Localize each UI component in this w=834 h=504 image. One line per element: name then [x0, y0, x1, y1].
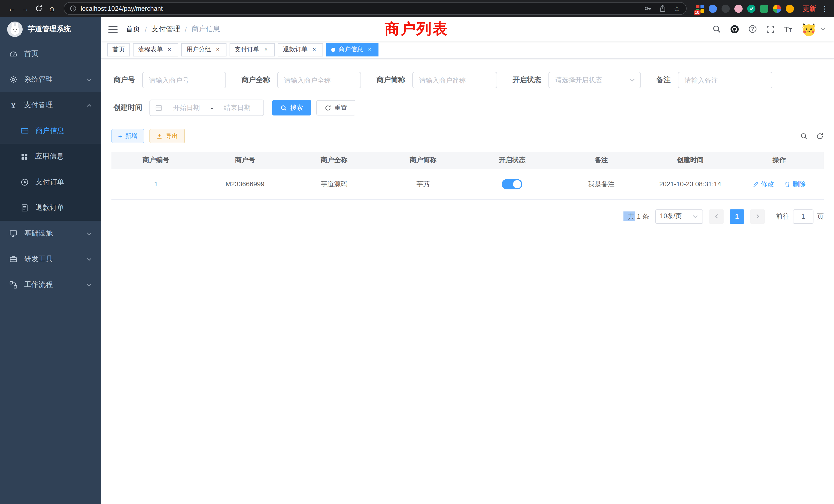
export-button[interactable]: 导出: [149, 129, 184, 143]
address-bar[interactable]: localhost:1024/pay/merchant ☆: [64, 2, 687, 15]
extensions-grid-icon[interactable]: 10: [696, 4, 704, 13]
home-icon: ⌂: [49, 4, 54, 13]
search-button[interactable]: 搜索: [272, 100, 311, 115]
sidebar-item-infrastructure[interactable]: 基础设施: [0, 221, 101, 246]
grid-icon: [21, 153, 28, 160]
extension-avatar-icon[interactable]: [734, 4, 743, 13]
browser-menu-icon[interactable]: ⋮: [821, 4, 829, 13]
sidebar-item-label: 研发工具: [24, 255, 53, 264]
dashboard-icon: [9, 50, 18, 58]
breadcrumb-payment[interactable]: 支付管理: [152, 24, 180, 33]
sidebar-item-merchant-info[interactable]: 商户信息: [0, 118, 101, 144]
tab-home[interactable]: 首页: [107, 43, 130, 56]
extension-check-icon[interactable]: [747, 4, 755, 13]
chevron-down-icon: [86, 256, 92, 262]
extension-pinwheel-icon[interactable]: [773, 4, 781, 13]
reset-button[interactable]: 重置: [316, 100, 355, 115]
password-key-icon[interactable]: [644, 5, 652, 12]
prev-page-button[interactable]: [709, 209, 724, 224]
extension-orange-icon[interactable]: [786, 4, 794, 13]
sidebar-item-system[interactable]: 系统管理: [0, 67, 101, 92]
close-icon[interactable]: ×: [311, 46, 318, 53]
extension-green-square-icon[interactable]: [760, 4, 768, 13]
browser-home-button[interactable]: ⌂: [45, 2, 59, 15]
cell-full-name: 芋道源码: [290, 169, 379, 199]
browser-update-button[interactable]: 更新: [803, 4, 816, 13]
goto-page-input[interactable]: [793, 209, 813, 224]
sidebar-item-refund-orders[interactable]: 退款订单: [0, 195, 101, 221]
full-name-input[interactable]: [277, 72, 361, 88]
col-status: 开启状态: [467, 152, 557, 169]
edit-label: 修改: [761, 179, 774, 189]
tab-user-group[interactable]: 用户分组×: [181, 43, 226, 56]
cell-short-name: 芋艿: [378, 169, 467, 199]
tab-pay-orders[interactable]: 支付订单×: [229, 43, 275, 56]
navbar-actions: TT: [712, 21, 826, 37]
close-icon[interactable]: ×: [166, 46, 173, 53]
gear-icon: [9, 75, 18, 84]
breadcrumb-separator: /: [145, 25, 147, 33]
remark-input[interactable]: [678, 72, 772, 88]
sidebar-item-pay-orders[interactable]: 支付订单: [0, 169, 101, 195]
field-label: 备注: [656, 75, 671, 85]
header-search-icon[interactable]: [712, 25, 721, 33]
extension-dark-icon[interactable]: [722, 4, 730, 13]
browser-refresh-button[interactable]: [32, 2, 45, 15]
total-count: 1: [637, 212, 640, 220]
edit-link[interactable]: 修改: [753, 179, 774, 189]
date-range-picker[interactable]: 开始日期 - 结束日期: [150, 99, 264, 116]
toggle-search-icon[interactable]: [800, 132, 808, 140]
extension-blue-icon[interactable]: [709, 4, 717, 13]
close-icon[interactable]: ×: [366, 46, 373, 53]
sidebar-item-dev-tools[interactable]: 研发工具: [0, 246, 101, 272]
status-toggle[interactable]: [502, 179, 522, 189]
select-placeholder: 请选择开启状态: [555, 75, 602, 85]
page-number-1[interactable]: 1: [730, 209, 744, 224]
font-size-icon[interactable]: TT: [784, 25, 792, 33]
total-prefix: 共: [623, 211, 635, 221]
breadcrumb-current: 商户信息: [192, 24, 220, 33]
screen: ← → ⌂ localhost:1024/pay/merchant ☆ 10: [0, 0, 834, 504]
cell-create-time: 2021-10-23 08:31:14: [646, 169, 735, 199]
status-select[interactable]: 请选择开启状态: [548, 72, 641, 88]
filter-short-name: 商户简称: [376, 72, 497, 88]
page-size-select[interactable]: 10条/页: [655, 209, 703, 224]
bookmark-star-icon[interactable]: ☆: [674, 5, 680, 12]
tab-merchant-info[interactable]: 商户信息×: [326, 43, 378, 56]
browser-back-button[interactable]: ←: [5, 2, 19, 15]
close-icon[interactable]: ×: [262, 46, 270, 53]
browser-forward-button[interactable]: →: [19, 2, 32, 15]
check-icon: [749, 6, 754, 11]
fullscreen-icon[interactable]: [766, 25, 775, 33]
search-label: 搜索: [290, 104, 303, 112]
avatar: [801, 21, 816, 37]
help-icon[interactable]: [748, 25, 757, 33]
sidebar-item-label: 支付订单: [36, 178, 64, 187]
page-unit: 页: [817, 212, 824, 221]
next-page-button[interactable]: [750, 209, 765, 224]
close-icon[interactable]: ×: [214, 46, 221, 53]
add-button[interactable]: + 新增: [111, 129, 144, 143]
tab-process-form[interactable]: 流程表单×: [133, 43, 178, 56]
github-icon[interactable]: [730, 25, 739, 33]
app-logo[interactable]: 芋道管理系统: [0, 17, 101, 41]
sidebar-item-app-info[interactable]: 应用信息: [0, 144, 101, 169]
delete-link[interactable]: 删除: [784, 179, 806, 189]
sidebar-item-workflow[interactable]: 工作流程: [0, 272, 101, 298]
app-title: 芋道管理系统: [28, 24, 71, 33]
user-avatar-menu[interactable]: [801, 21, 826, 37]
hamburger-icon[interactable]: [108, 25, 117, 33]
short-name-input[interactable]: [412, 72, 497, 88]
yen-icon: ¥: [9, 101, 18, 109]
share-icon[interactable]: [659, 5, 666, 12]
refresh-table-icon[interactable]: [816, 132, 824, 140]
sidebar-item-payment[interactable]: ¥ 支付管理: [0, 92, 101, 118]
col-short-name: 商户简称: [378, 152, 467, 169]
delete-label: 删除: [792, 179, 806, 189]
breadcrumb-home[interactable]: 首页: [126, 24, 140, 33]
sidebar-item-home[interactable]: 首页: [0, 41, 101, 67]
tab-refund-orders[interactable]: 退款订单×: [278, 43, 323, 56]
cell-actions: 修改 删除: [734, 169, 824, 199]
merchant-no-input[interactable]: [142, 72, 226, 88]
table-toolbar: + 新增 导出: [111, 129, 824, 143]
